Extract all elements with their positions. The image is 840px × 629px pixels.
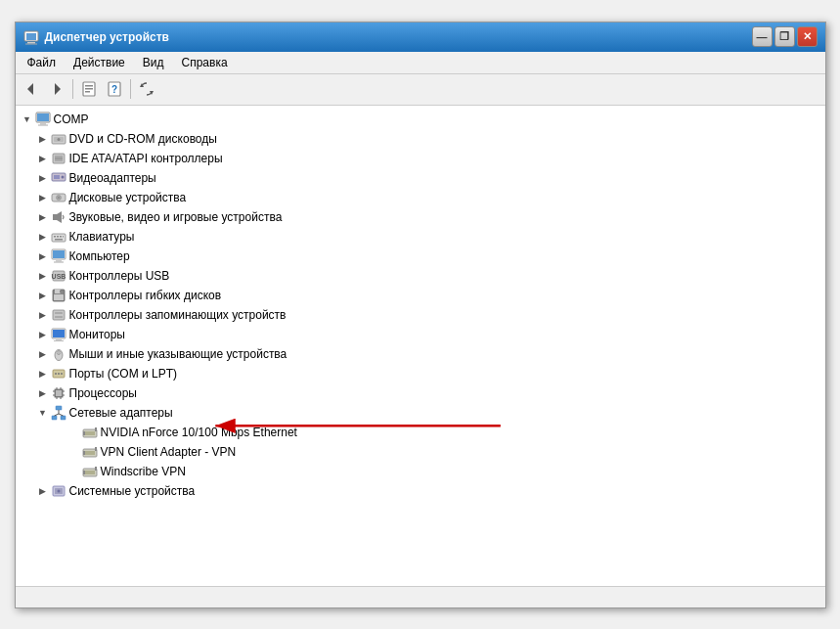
tree-item-windscribe[interactable]: ▶ Windscribe VPN [16,462,825,481]
tree-item-disk[interactable]: ▶ Дисковые устройства [16,188,825,207]
svg-point-26 [61,175,64,178]
dvd-label: DVD и CD-ROM дисководы [69,132,217,146]
menu-view[interactable]: Вид [135,54,172,71]
video-icon [51,170,66,186]
usb-label: Контроллеры USB [69,269,170,283]
tree-item-dvd[interactable]: ▶ DVD и CD-ROM дисководы [16,129,825,149]
status-bar [16,586,825,607]
nvidia-netcard-icon [82,425,98,440]
svg-rect-51 [53,330,65,337]
video-toggle[interactable]: ▶ [35,170,51,186]
svg-point-29 [58,197,60,199]
forward-button[interactable] [45,77,68,101]
svg-point-20 [57,138,60,141]
cpu-label: Процессоры [69,386,138,400]
tree-item-usb[interactable]: ▶ USB Контроллеры USB [16,266,825,286]
dvd-icon [51,131,66,147]
monitor-label: Мониторы [69,328,125,341]
storage-icon [51,307,66,323]
restore-button[interactable]: ❐ [774,26,795,47]
menu-action[interactable]: Действие [66,54,133,71]
ide-icon [51,151,66,166]
tree-item-nvidia[interactable]: ▶ NVIDIA nForce 10/100 Mbps Ethernet [16,423,825,442]
svg-rect-34 [60,236,62,238]
tree-item-storage[interactable]: ▶ Контроллеры запоминающих устройств [16,305,825,325]
tree-item-floppy[interactable]: ▶ Контроллеры гибких дисков [16,286,825,305]
svg-rect-83 [95,447,97,451]
network-label: Сетевые адаптеры [69,406,173,420]
tree-item-system[interactable]: ▶ Системные устройства [16,481,825,501]
ports-label: Порты (COM и LPT) [69,367,178,381]
close-button[interactable]: ✕ [797,26,818,47]
svg-rect-7 [85,85,93,87]
back-button[interactable] [20,77,43,101]
svg-rect-15 [37,113,49,121]
svg-point-58 [55,373,57,375]
mouse-label: Мыши и иные указывающие устройства [69,347,287,361]
storage-label: Контроллеры запоминающих устройств [69,308,287,322]
properties-button[interactable] [77,77,101,101]
keyboard-toggle[interactable]: ▶ [35,229,51,245]
computer-toggle[interactable]: ▶ [35,248,51,264]
video-label: Видеоадаптеры [69,171,156,185]
update-icon [139,81,155,97]
svg-rect-9 [85,91,90,93]
svg-rect-49 [55,316,63,318]
tree-item-computer[interactable]: ▶ Компьютер [16,247,825,266]
svg-rect-73 [61,416,66,420]
computer-label: Компьютер [69,249,130,263]
sound-toggle[interactable]: ▶ [35,209,51,225]
back-icon [23,81,39,97]
network-toggle[interactable]: ▼ [35,405,51,421]
svg-rect-71 [56,406,62,410]
tree-item-vpnclient[interactable]: ▶ VPN Client Adapter - VPN [16,442,825,462]
help-button[interactable]: ? [103,77,126,101]
vpnclient-label: VPN Client Adapter - VPN [101,445,237,459]
tree-item-sound[interactable]: ▶ Звуковые, видео и игровые устройства [16,207,825,227]
toolbar: ? [16,74,825,106]
disk-toggle[interactable]: ▶ [35,190,51,205]
svg-rect-86 [85,471,95,474]
svg-rect-53 [54,340,64,341]
tree-root[interactable]: ▼ COMP [16,110,825,129]
svg-text:?: ? [111,84,116,95]
svg-rect-46 [54,294,64,300]
tree-item-video[interactable]: ▶ Видеоадаптеры [16,168,825,188]
storage-toggle[interactable]: ▶ [35,307,51,323]
system-icon [51,483,66,499]
tree-item-mouse[interactable]: ▶ Мыши и иные указывающие устройства [16,344,825,364]
root-toggle[interactable]: ▼ [20,112,35,127]
forward-icon [49,81,65,97]
update-button[interactable] [135,77,158,101]
ide-toggle[interactable]: ▶ [35,151,51,166]
sound-icon [51,209,66,225]
tree-item-keyboard[interactable]: ▶ Клавиатуры [16,227,825,247]
mouse-toggle[interactable]: ▶ [35,346,51,362]
minimize-button[interactable]: — [752,26,773,47]
toolbar-sep-1 [72,79,73,99]
svg-point-59 [58,373,60,375]
monitor-icon [51,327,66,342]
usb-toggle[interactable]: ▶ [35,268,51,284]
svg-rect-16 [40,123,46,125]
floppy-toggle[interactable]: ▶ [35,288,51,303]
tree-item-network[interactable]: ▼ Сетевые адаптеры [16,403,825,423]
tree-item-ide[interactable]: ▶ IDE ATA/ATAPI контроллеры [16,149,825,168]
cpu-toggle[interactable]: ▶ [35,385,51,401]
svg-marker-4 [27,83,33,95]
system-toggle[interactable]: ▶ [35,483,51,499]
computer-icon [51,248,66,264]
tree-item-monitor[interactable]: ▶ Мониторы [16,325,825,344]
tree-item-ports[interactable]: ▶ Порты (COM и LPT) [16,364,825,383]
menu-file[interactable]: Файл [20,54,65,71]
tree-view[interactable]: ▼ COMP ▶ DVD и CD-ROM дис [16,106,825,586]
title-icon [23,29,39,45]
ports-toggle[interactable]: ▶ [35,366,51,382]
tree-item-cpu[interactable]: ▶ Процессоры [16,383,825,403]
monitor-toggle[interactable]: ▶ [35,327,51,342]
svg-rect-47 [53,310,65,320]
vpnclient-spacer: ▶ [66,444,82,460]
dvd-toggle[interactable]: ▶ [35,131,51,147]
svg-rect-45 [60,290,62,292]
menu-help[interactable]: Справка [174,54,236,71]
